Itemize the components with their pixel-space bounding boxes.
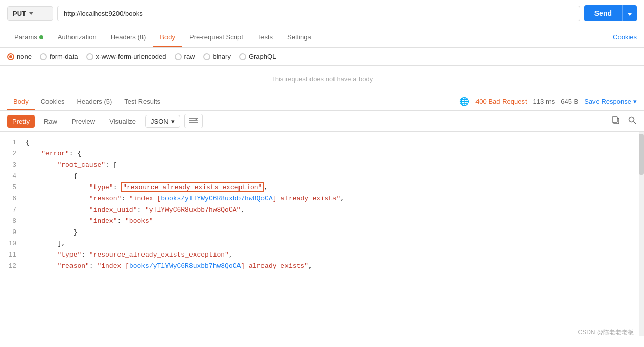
urlencoded-label: x-www-form-urlencoded bbox=[96, 53, 166, 60]
tab-tests[interactable]: Tests bbox=[250, 27, 280, 47]
headers-badge: (8) bbox=[137, 33, 146, 41]
settings-label: Settings bbox=[287, 33, 311, 41]
send-chevron-icon[interactable] bbox=[622, 5, 637, 21]
search-icon[interactable] bbox=[628, 115, 637, 127]
wrap-icon bbox=[189, 117, 198, 124]
copy-icon[interactable] bbox=[611, 115, 621, 127]
radio-binary-icon bbox=[203, 53, 210, 60]
code-line-6: "reason": "index [books/yTlYWyC6R8uxbb7h… bbox=[26, 193, 634, 204]
resp-tab-body[interactable]: Body bbox=[7, 92, 35, 110]
save-chevron-icon: ▾ bbox=[633, 98, 637, 105]
tab-settings[interactable]: Settings bbox=[280, 27, 318, 47]
tests-label: Tests bbox=[257, 33, 273, 41]
tab-headers[interactable]: Headers (8) bbox=[104, 27, 153, 47]
radio-none[interactable]: none bbox=[7, 53, 32, 60]
resp-tab-test-results[interactable]: Test Results bbox=[118, 92, 166, 110]
format-tab-visualize[interactable]: Visualize bbox=[104, 115, 141, 128]
request-tabs: Params Authorization Headers (8) Body Pr… bbox=[0, 27, 644, 48]
code-content[interactable]: { "error": { "root_cause": [ { "type": "… bbox=[20, 132, 639, 336]
send-button[interactable]: Send bbox=[584, 5, 637, 21]
code-line-4: { bbox=[26, 171, 634, 182]
code-line-10: ], bbox=[26, 238, 634, 249]
json-format-select[interactable]: JSON ▾ bbox=[145, 115, 180, 128]
graphql-label: GraphQL bbox=[249, 53, 276, 60]
headers-label: Headers bbox=[111, 33, 136, 41]
format-tab-raw[interactable]: Raw bbox=[39, 115, 62, 128]
globe-icon[interactable]: 🌐 bbox=[459, 97, 469, 106]
binary-label: binary bbox=[213, 53, 231, 60]
response-time: 113 ms bbox=[533, 98, 555, 105]
form-data-label: form-data bbox=[50, 53, 78, 60]
status-badge: 400 Bad Request bbox=[475, 98, 527, 105]
params-dot-icon bbox=[39, 35, 43, 39]
right-icons bbox=[611, 115, 637, 127]
radio-form-data-icon bbox=[40, 53, 47, 60]
url-input[interactable] bbox=[57, 6, 580, 21]
svg-line-6 bbox=[634, 122, 636, 124]
radio-binary[interactable]: binary bbox=[203, 53, 231, 60]
code-line-5: "type": "resource_already_exists_excepti… bbox=[26, 182, 634, 193]
radio-urlencoded[interactable]: x-www-form-urlencoded bbox=[86, 53, 166, 60]
method-label: PUT bbox=[13, 10, 26, 17]
cookies-link[interactable]: Cookies bbox=[613, 33, 637, 41]
svg-rect-4 bbox=[612, 117, 617, 122]
scrollbar-track[interactable] bbox=[639, 132, 644, 336]
radio-raw-icon bbox=[175, 53, 182, 60]
resp-tab-cookies[interactable]: Cookies bbox=[35, 92, 71, 110]
url-bar: PUT Send bbox=[0, 0, 644, 27]
raw-label: raw bbox=[184, 53, 195, 60]
radio-form-data[interactable]: form-data bbox=[40, 53, 78, 60]
none-label: none bbox=[17, 53, 32, 60]
body-label: Body bbox=[160, 33, 175, 41]
response-tabs: Body Cookies Headers (5) Test Results 🌐 … bbox=[0, 92, 644, 111]
scrollbar-thumb[interactable] bbox=[639, 134, 644, 175]
code-line-11: "type": "resource_already_exists_excepti… bbox=[26, 249, 634, 261]
code-line-1: { bbox=[26, 137, 634, 148]
wrap-button[interactable] bbox=[184, 114, 203, 128]
code-line-7: "index_uuid": "yTlYWyC6R8uxbb7hw8QoCA", bbox=[26, 204, 634, 216]
radio-graphql-icon bbox=[239, 53, 246, 60]
no-body-message: This request does not have a body bbox=[0, 66, 644, 92]
body-type-row: none form-data x-www-form-urlencoded raw… bbox=[0, 48, 644, 66]
code-line-3: "root_cause": [ bbox=[26, 159, 634, 171]
save-response-button[interactable]: Save Response ▾ bbox=[584, 98, 637, 105]
radio-raw[interactable]: raw bbox=[175, 53, 195, 60]
format-tab-preview[interactable]: Preview bbox=[66, 115, 100, 128]
watermark: CSDN @陈老老老板 bbox=[578, 328, 634, 337]
svg-point-5 bbox=[629, 117, 634, 122]
format-tab-pretty[interactable]: Pretty bbox=[7, 115, 35, 128]
json-chevron-icon: ▾ bbox=[171, 118, 175, 125]
response-status-area: 🌐 400 Bad Request 113 ms 645 B Save Resp… bbox=[459, 97, 637, 106]
radio-graphql[interactable]: GraphQL bbox=[239, 53, 276, 60]
send-label: Send bbox=[584, 5, 622, 21]
code-line-2: "error": { bbox=[26, 148, 634, 159]
method-select[interactable]: PUT bbox=[7, 6, 53, 21]
tab-authorization[interactable]: Authorization bbox=[51, 27, 104, 47]
code-line-9: } bbox=[26, 227, 634, 238]
tab-params[interactable]: Params bbox=[7, 27, 51, 47]
tab-body[interactable]: Body bbox=[153, 27, 182, 47]
code-line-8: "index": "books" bbox=[26, 216, 634, 227]
format-bar: Pretty Raw Preview Visualize JSON ▾ bbox=[0, 111, 644, 132]
pre-request-label: Pre-request Script bbox=[189, 33, 243, 41]
code-line-12: "reason": "index [books/yTlYWyC6R8uxbb7h… bbox=[26, 261, 634, 272]
response-size: 645 B bbox=[561, 98, 578, 105]
resp-tab-headers[interactable]: Headers (5) bbox=[71, 92, 118, 110]
code-area: 1 2 3 4 5 6 7 8 9 10 11 12 { "error": { … bbox=[0, 132, 644, 336]
line-numbers: 1 2 3 4 5 6 7 8 9 10 11 12 bbox=[0, 132, 20, 336]
tab-pre-request[interactable]: Pre-request Script bbox=[182, 27, 250, 47]
radio-urlencoded-icon bbox=[86, 53, 93, 60]
method-chevron-icon bbox=[29, 12, 33, 15]
radio-none-icon bbox=[7, 53, 14, 60]
params-label: Params bbox=[14, 33, 37, 41]
authorization-label: Authorization bbox=[58, 33, 97, 41]
